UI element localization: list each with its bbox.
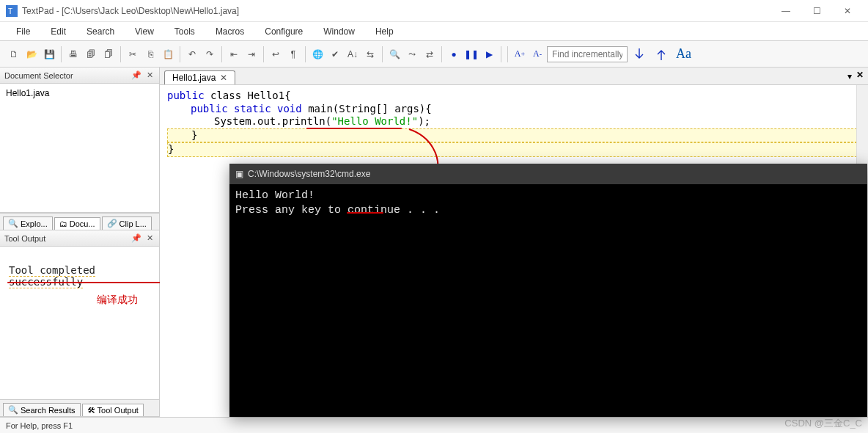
tool-bottom-tabs: 🔍Search Results 🛠Tool Output	[0, 399, 159, 417]
svg-text:T: T	[8, 7, 12, 15]
pin-icon[interactable]: 📌	[131, 233, 141, 244]
editor-close-all-icon[interactable]: ✕	[856, 70, 864, 80]
redo-icon[interactable]: ↷	[202, 46, 218, 62]
document-list: Hello1.java	[0, 84, 159, 213]
compare-icon[interactable]: ⇆	[362, 46, 378, 62]
tool-output-text: Tool completed successfully	[9, 264, 95, 288]
font-decrease-icon[interactable]: A-	[529, 46, 545, 62]
panel-close-icon[interactable]: ✕	[144, 70, 155, 81]
window-title: TextPad - [C:\Users\Jack Leo\Desktop\New…	[22, 6, 771, 16]
editor-tab-label: Hello1.java	[172, 73, 216, 83]
menu-configure[interactable]: Configure	[256, 24, 312, 39]
find-next-button[interactable]	[629, 44, 650, 65]
menu-tools[interactable]: Tools	[166, 24, 204, 39]
tab-dropdown-icon[interactable]: ▾	[847, 71, 852, 81]
editor-tab[interactable]: Hello1.java ✕	[164, 70, 235, 84]
print-icon[interactable]: 🖶	[65, 46, 81, 62]
annotation-compile-success: 编译成功	[97, 294, 138, 307]
document-item[interactable]: Hello1.java	[3, 87, 156, 100]
menu-search[interactable]: Search	[78, 24, 123, 39]
font-increase-icon[interactable]: A+	[512, 46, 528, 62]
close-button[interactable]: ✕	[833, 1, 862, 21]
font-style-button[interactable]: Aa	[673, 46, 694, 62]
tab-explorer[interactable]: 🔍Explo...	[3, 216, 53, 230]
menu-window[interactable]: Window	[315, 24, 364, 39]
status-text: For Help, press F1	[6, 421, 73, 430]
indent-left-icon[interactable]: ⇤	[226, 46, 242, 62]
play-macro-icon[interactable]: ▶	[481, 46, 497, 62]
cmd-line: Press any key to continue . . .	[235, 203, 861, 218]
menu-macros[interactable]: Macros	[207, 24, 253, 39]
minimize-button[interactable]: —	[771, 1, 801, 21]
cmd-title-text: C:\Windows\system32\cmd.exe	[248, 169, 370, 179]
copy-format-icon[interactable]: 🗍	[100, 46, 117, 62]
maximize-button[interactable]: ☐	[802, 1, 831, 21]
find-prev-button[interactable]	[651, 44, 672, 65]
panel-close-icon[interactable]: ✕	[144, 233, 155, 244]
print-preview-icon[interactable]: 🗐	[83, 46, 99, 62]
copy-icon[interactable]: ⎘	[142, 46, 158, 62]
tab-tool-output[interactable]: 🛠Tool Output	[82, 404, 144, 416]
undo-icon[interactable]: ↶	[184, 46, 200, 62]
editor-tab-bar: Hello1.java ✕ ▾ ✕	[160, 68, 868, 85]
record-macro-icon[interactable]: ●	[446, 46, 462, 62]
title-bar: T TextPad - [C:\Users\Jack Leo\Desktop\N…	[0, 0, 868, 22]
pause-macro-icon[interactable]: ❚❚	[463, 46, 479, 62]
doc-selector-title: Document Selector	[4, 71, 73, 80]
menu-file[interactable]: File	[7, 24, 39, 39]
spell-icon[interactable]: ✔	[327, 46, 343, 62]
status-bar: For Help, press F1 CSDN @三金C_C	[0, 417, 868, 433]
tab-clip[interactable]: 🔗Clip L...	[102, 216, 152, 230]
cmd-window[interactable]: ▣ C:\Windows\system32\cmd.exe Hello Worl…	[229, 164, 867, 417]
tab-close-icon[interactable]: ✕	[220, 73, 227, 83]
cmd-body: Hello World! Press any key to continue .…	[229, 184, 867, 222]
sort-az-icon[interactable]: A↓	[345, 46, 361, 62]
tool-output-title: Tool Output	[4, 234, 45, 243]
paste-icon[interactable]: 📋	[160, 46, 176, 62]
cut-icon[interactable]: ✂	[125, 46, 141, 62]
left-bottom-tabs: 🔍Explo... 🗂Docu... 🔗Clip L...	[0, 213, 159, 230]
watermark: CSDN @三金C_C	[784, 417, 862, 430]
new-file-icon[interactable]: 🗋	[6, 46, 22, 62]
toolbar: 🗋 📂 💾 🖶 🗐 🗍 ✂ ⎘ 📋 ↶ ↷ ⇤ ⇥ ↩ ¶ 🌐 ✔ A↓ ⇆ 🔍…	[0, 41, 868, 68]
open-file-icon[interactable]: 📂	[23, 46, 40, 62]
cmd-line: Hello World!	[235, 189, 861, 203]
cmd-title-bar[interactable]: ▣ C:\Windows\system32\cmd.exe	[229, 164, 867, 184]
menu-edit[interactable]: Edit	[42, 24, 75, 39]
find-next-icon[interactable]: ⤳	[404, 46, 420, 62]
tab-documents[interactable]: 🗂Docu...	[54, 217, 100, 230]
find-incremental-input[interactable]	[547, 46, 628, 62]
replace-icon[interactable]: ⇄	[422, 46, 438, 62]
app-icon: T	[6, 5, 18, 17]
tool-output-panel: Tool completed successfully 编译成功 🔍Search…	[0, 247, 159, 417]
indent-right-icon[interactable]: ⇥	[243, 46, 260, 62]
cmd-icon: ▣	[235, 169, 243, 179]
tool-output-header: Tool Output 📌 ✕	[0, 230, 159, 247]
web-icon[interactable]: 🌐	[309, 46, 326, 62]
menu-bar: File Edit Search View Tools Macros Confi…	[0, 22, 868, 41]
wrap-icon[interactable]: ↩	[268, 46, 284, 62]
menu-view[interactable]: View	[126, 24, 163, 39]
doc-selector-header: Document Selector 📌 ✕	[0, 68, 159, 84]
pin-icon[interactable]: 📌	[131, 70, 141, 81]
save-icon[interactable]: 💾	[41, 46, 57, 62]
pilcrow-icon[interactable]: ¶	[285, 46, 301, 62]
find-icon[interactable]: 🔍	[386, 46, 402, 62]
menu-help[interactable]: Help	[367, 24, 402, 39]
tab-search-results[interactable]: 🔍Search Results	[3, 403, 81, 416]
